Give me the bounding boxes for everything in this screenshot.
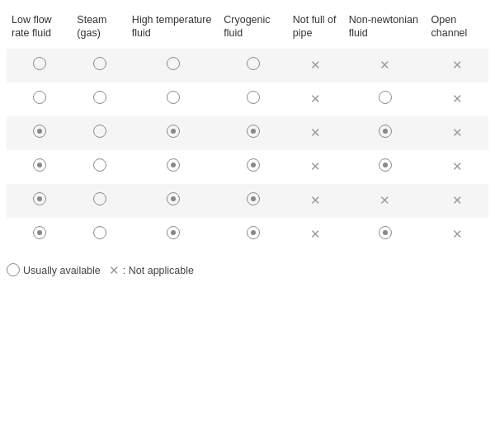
cross-icon: ✕ xyxy=(452,59,463,71)
cell-r3-c1 xyxy=(72,150,127,184)
circle-dot-icon xyxy=(33,226,46,239)
cell-r4-c2 xyxy=(127,184,219,218)
cell-r1-c0 xyxy=(7,83,72,116)
cell-r2-c5 xyxy=(344,116,427,150)
cross-icon: ✕ xyxy=(452,194,463,206)
circle-dot-icon xyxy=(167,192,180,205)
circle-empty-icon xyxy=(93,57,106,70)
circle-dot-icon xyxy=(247,192,260,205)
cell-r3-c6: ✕ xyxy=(427,150,488,184)
cross-icon: ✕ xyxy=(452,126,463,139)
cell-r0-c6: ✕ xyxy=(427,49,488,83)
circle-dot-icon xyxy=(379,125,392,138)
col-header-high-temp: High temperature fluid xyxy=(127,8,219,49)
circle-empty-icon xyxy=(33,91,46,104)
cell-r0-c3 xyxy=(219,49,287,83)
cell-r0-c2 xyxy=(127,49,219,83)
cell-r1-c4: ✕ xyxy=(288,83,344,116)
table-row: ✕✕ xyxy=(7,116,488,150)
cell-r3-c0 xyxy=(7,150,72,184)
cell-r0-c0 xyxy=(7,49,72,83)
circle-dot-icon xyxy=(167,226,180,239)
cell-r3-c5 xyxy=(344,150,427,184)
cell-r5-c1 xyxy=(72,218,127,252)
cross-icon: ✕ xyxy=(310,160,321,172)
cell-r4-c4: ✕ xyxy=(288,184,344,218)
cell-r2-c1 xyxy=(72,116,127,150)
cell-r5-c5 xyxy=(344,218,427,252)
cell-r1-c6: ✕ xyxy=(427,83,488,116)
circle-dot-icon xyxy=(379,158,392,172)
col-header-cryogenic: Cryogenic fluid xyxy=(219,8,287,49)
circle-empty-icon xyxy=(167,91,180,104)
circle-dot-icon xyxy=(33,158,46,172)
circle-dot-icon xyxy=(379,226,392,239)
comparison-table: Low flow rate fluidSteam (gas)High tempe… xyxy=(7,8,488,252)
cross-icon: ✕ xyxy=(380,59,390,71)
cell-r3-c2 xyxy=(127,150,219,184)
cell-r3-c3 xyxy=(219,150,287,184)
legend: Usually available ✕ : Not applicable xyxy=(7,263,488,279)
cell-r0-c4: ✕ xyxy=(288,49,344,83)
cross-icon: ✕ xyxy=(310,228,321,240)
cell-r5-c2 xyxy=(127,218,219,252)
circle-dot-icon xyxy=(247,125,260,138)
cross-icon: ✕ xyxy=(310,59,321,71)
legend-circle xyxy=(7,263,20,279)
circle-empty-icon xyxy=(93,125,106,138)
cell-r4-c5: ✕ xyxy=(344,184,427,218)
cell-r4-c3 xyxy=(219,184,287,218)
cell-r2-c4: ✕ xyxy=(288,116,344,150)
col-header-open-channel: Open channel xyxy=(427,8,488,49)
circle-dot-icon xyxy=(33,192,46,205)
circle-dot-icon xyxy=(247,226,260,239)
cell-r2-c0 xyxy=(7,116,72,150)
cell-r4-c0 xyxy=(7,184,72,218)
table-row: ✕✕ xyxy=(7,83,488,116)
cell-r4-c1 xyxy=(72,184,127,218)
col-header-not-full: Not full of pipe xyxy=(288,8,344,49)
circle-empty-icon xyxy=(33,57,46,70)
circle-dot-icon xyxy=(247,158,260,172)
legend-circle-label: Usually available xyxy=(23,265,101,276)
circle-dot-icon xyxy=(167,158,180,172)
cell-r2-c2 xyxy=(127,116,219,150)
table-row: ✕✕✕ xyxy=(7,49,488,83)
cross-icon: ✕ xyxy=(380,194,390,206)
circle-empty-icon xyxy=(247,57,260,70)
cell-r5-c3 xyxy=(219,218,287,252)
legend-cross: ✕ xyxy=(109,264,120,277)
cell-r0-c1 xyxy=(72,49,127,83)
cell-r3-c4: ✕ xyxy=(288,150,344,184)
circle-empty-icon xyxy=(379,91,392,104)
cross-icon: ✕ xyxy=(452,160,463,172)
cell-r1-c2 xyxy=(127,83,219,116)
circle-dot-icon xyxy=(167,125,180,138)
cell-r1-c3 xyxy=(219,83,287,116)
cell-r0-c5: ✕ xyxy=(344,49,427,83)
col-header-non-newton: Non-newtonian fluid xyxy=(344,8,427,49)
cross-icon: ✕ xyxy=(310,194,321,206)
circle-empty-icon xyxy=(93,158,106,172)
cross-icon: ✕ xyxy=(310,126,321,139)
legend-cross-label: : Not applicable xyxy=(123,265,194,276)
table-row: ✕✕ xyxy=(7,150,488,184)
circle-empty-icon xyxy=(93,192,106,205)
table-row: ✕✕ xyxy=(7,218,488,252)
cell-r5-c4: ✕ xyxy=(288,218,344,252)
circle-empty-icon xyxy=(167,57,180,70)
circle-dot-icon xyxy=(33,125,46,138)
cell-r1-c1 xyxy=(72,83,127,116)
cell-r2-c3 xyxy=(219,116,287,150)
circle-empty-icon xyxy=(93,226,106,239)
cross-icon: ✕ xyxy=(310,92,321,105)
cell-r5-c6: ✕ xyxy=(427,218,488,252)
col-header-steam: Steam (gas) xyxy=(72,8,127,49)
table-row: ✕✕✕ xyxy=(7,184,488,218)
cell-r5-c0 xyxy=(7,218,72,252)
circle-empty-icon xyxy=(247,91,260,104)
cell-r2-c6: ✕ xyxy=(427,116,488,150)
cell-r4-c6: ✕ xyxy=(427,184,488,218)
cell-r1-c5 xyxy=(344,83,427,116)
cross-icon: ✕ xyxy=(452,92,463,105)
